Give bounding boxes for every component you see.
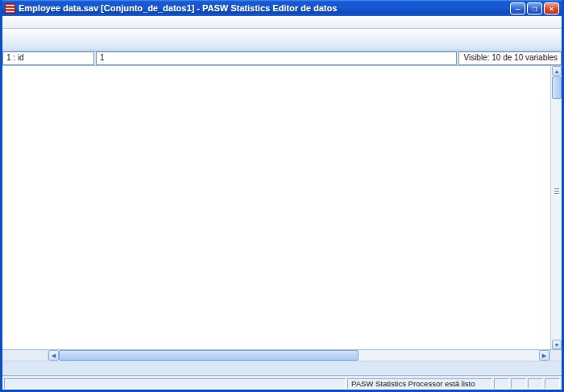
title-bar: Employee data.sav [Conjunto_de_datos1] -…	[2, 0, 562, 16]
cell-reference-label: 1 : id	[2, 52, 94, 65]
status-message: PASW Statistics Processor está listo	[347, 378, 492, 389]
window-title: Employee data.sav [Conjunto_de_datos1] -…	[19, 3, 510, 13]
maximize-button[interactable]: ❐	[527, 2, 542, 14]
toolbar	[2, 29, 562, 52]
vertical-scrollbar-thumb[interactable]	[552, 76, 562, 99]
vertical-scrollbar[interactable]: ▲ ▼	[550, 66, 562, 350]
close-button[interactable]: ✕	[544, 2, 559, 14]
horizontal-scrollbar-thumb[interactable]	[59, 350, 359, 361]
scrollbar-corner-right	[549, 350, 562, 361]
minimize-button[interactable]: —	[510, 2, 525, 14]
status-bar: PASW Statistics Processor está listo	[2, 378, 562, 390]
horizontal-scrollbar[interactable]: ◀ ▶	[2, 350, 562, 361]
status-main-cell	[4, 378, 346, 389]
scroll-up-icon[interactable]: ▲	[552, 66, 562, 76]
view-tab-bar	[2, 361, 562, 376]
app-window: Employee data.sav [Conjunto_de_datos1] -…	[0, 0, 564, 392]
app-icon	[5, 3, 15, 14]
visible-variables-info: Visible: 10 de 10 variables	[458, 52, 562, 65]
menu-bar	[2, 16, 562, 29]
scroll-right-icon[interactable]: ▶	[539, 350, 549, 361]
scrollbar-corner-left	[2, 350, 48, 361]
scrollbar-marker	[554, 188, 559, 194]
scroll-left-icon[interactable]: ◀	[48, 350, 59, 361]
cell-reference-bar: 1 : id 1 Visible: 10 de 10 variables	[2, 52, 562, 66]
data-grid-area: ▲ ▼	[2, 66, 562, 350]
scroll-down-icon[interactable]: ▼	[552, 340, 562, 349]
cell-editor-value[interactable]: 1	[96, 52, 457, 65]
